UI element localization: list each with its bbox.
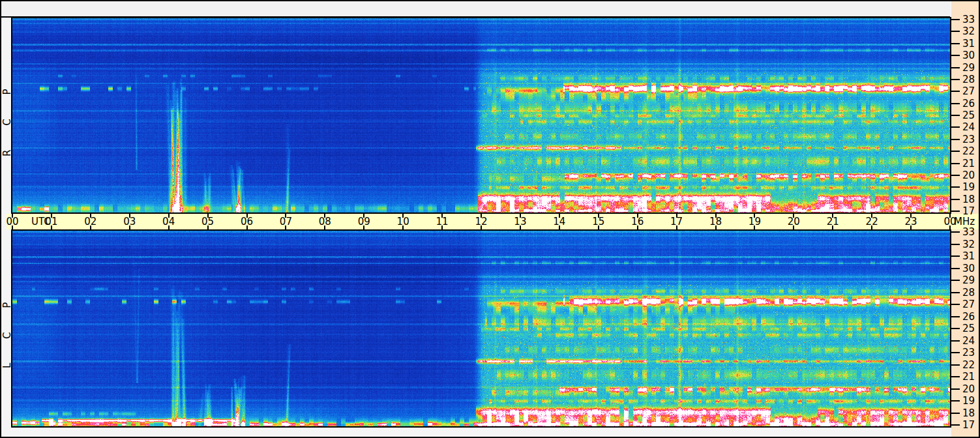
hour-label: 18 bbox=[709, 216, 722, 227]
hour-label: 16 bbox=[631, 216, 644, 227]
freq-tick bbox=[951, 400, 960, 402]
utc-label: UTC bbox=[31, 216, 51, 227]
freq-tick-label: 20 bbox=[962, 169, 978, 181]
freq-tick-label: 27 bbox=[962, 299, 978, 310]
freq-tick bbox=[951, 364, 960, 366]
hour-label: 13 bbox=[514, 216, 526, 227]
freq-tick-label: 21 bbox=[962, 371, 978, 383]
hour-label: 00 bbox=[6, 216, 18, 227]
freq-tick bbox=[951, 256, 960, 257]
freq-tick bbox=[951, 268, 960, 269]
freq-tick bbox=[951, 352, 960, 353]
hour-label: 19 bbox=[749, 216, 761, 227]
freq-tick-label: 21 bbox=[962, 158, 978, 169]
freq-tick-label: 19 bbox=[962, 181, 978, 193]
freq-tick bbox=[951, 175, 960, 176]
freq-tick-label: 25 bbox=[962, 110, 978, 121]
freq-tick bbox=[951, 292, 960, 293]
hour-label: 15 bbox=[592, 216, 604, 227]
freq-tick bbox=[951, 67, 960, 68]
hour-label: 06 bbox=[241, 216, 253, 227]
freq-tick-label: 24 bbox=[962, 335, 978, 347]
hour-label: 14 bbox=[553, 216, 565, 227]
freq-tick bbox=[951, 79, 960, 80]
freq-tick-label: 19 bbox=[962, 395, 978, 407]
hour-label: 09 bbox=[358, 216, 370, 227]
hour-label: 04 bbox=[162, 216, 175, 227]
hour-label: 17 bbox=[670, 216, 683, 227]
freq-tick bbox=[951, 340, 960, 342]
lcp-spectrogram-canvas bbox=[12, 231, 950, 426]
freq-tick bbox=[951, 186, 960, 188]
freq-tick-label: 26 bbox=[962, 98, 978, 110]
hour-label: 12 bbox=[475, 216, 487, 227]
freq-tick bbox=[951, 376, 960, 377]
freq-tick bbox=[951, 103, 960, 104]
freq-tick-label: 25 bbox=[962, 323, 978, 334]
time-axis-strip: 0001020304050607080910111213141516171819… bbox=[7, 214, 979, 229]
hour-label: 03 bbox=[123, 216, 136, 227]
freq-tick-label: 32 bbox=[962, 25, 978, 37]
freq-tick bbox=[951, 413, 960, 414]
freq-tick-label: 22 bbox=[962, 145, 978, 157]
freq-tick-label: 28 bbox=[962, 287, 978, 299]
freq-tick-label: 18 bbox=[962, 407, 978, 419]
lcp-spectrogram-panel bbox=[11, 229, 951, 428]
freq-tick-label: 33 bbox=[962, 14, 978, 25]
hour-label: 22 bbox=[866, 216, 878, 227]
freq-tick-label: 33 bbox=[962, 226, 978, 238]
hour-label: 02 bbox=[84, 216, 97, 227]
freq-tick-label: 26 bbox=[962, 311, 978, 323]
hour-label: 07 bbox=[280, 216, 292, 227]
freq-tick bbox=[951, 211, 960, 212]
rcp-spectrogram-panel bbox=[11, 17, 951, 214]
freq-tick bbox=[951, 151, 960, 152]
freq-tick-label: 22 bbox=[962, 359, 978, 371]
freq-tick-label: 29 bbox=[962, 62, 978, 74]
freq-tick bbox=[951, 31, 960, 32]
freq-tick-label: 18 bbox=[962, 194, 978, 205]
freq-tick-label: 27 bbox=[962, 85, 978, 97]
freq-tick-label: 23 bbox=[962, 134, 978, 145]
freq-tick bbox=[951, 199, 960, 200]
freq-tick bbox=[951, 328, 960, 329]
hour-label: 23 bbox=[905, 216, 917, 227]
hour-label: 21 bbox=[827, 216, 839, 227]
freq-tick-label: 32 bbox=[962, 239, 978, 250]
freq-tick bbox=[951, 126, 960, 128]
freq-tick bbox=[951, 91, 960, 92]
hour-label: 05 bbox=[201, 216, 214, 227]
freq-tick-label: 28 bbox=[962, 74, 978, 85]
freq-tick-label: 30 bbox=[962, 263, 978, 274]
hour-label: 08 bbox=[319, 216, 331, 227]
freq-tick bbox=[951, 139, 960, 140]
freq-tick-label: 24 bbox=[962, 121, 978, 133]
freq-tick-label: 20 bbox=[962, 383, 978, 395]
freq-tick-label: 23 bbox=[962, 347, 978, 358]
hour-label: 20 bbox=[788, 216, 800, 227]
observatory-spectrogram-window: AJ4CO Observatory 17 Jan 2014 - DPS on T… bbox=[0, 0, 980, 438]
rcp-spectrogram-canvas bbox=[12, 18, 950, 212]
freq-tick-label: 31 bbox=[962, 38, 978, 50]
freq-tick bbox=[951, 163, 960, 164]
freq-tick bbox=[951, 316, 960, 317]
freq-tick bbox=[951, 19, 960, 20]
freq-tick bbox=[951, 424, 960, 426]
title-bar: AJ4CO Observatory 17 Jan 2014 - DPS on T… bbox=[1, 1, 950, 18]
hour-label: 10 bbox=[397, 216, 409, 227]
freq-tick-label: 17 bbox=[962, 419, 978, 431]
freq-tick bbox=[951, 388, 960, 390]
freq-tick bbox=[951, 244, 960, 245]
freq-tick-label: 30 bbox=[962, 50, 978, 61]
freq-tick bbox=[951, 55, 960, 56]
freq-tick bbox=[951, 280, 960, 281]
hour-label: 11 bbox=[436, 216, 449, 227]
freq-tick-label: 29 bbox=[962, 274, 978, 286]
freq-tick bbox=[951, 43, 960, 44]
freq-tick bbox=[951, 304, 960, 305]
freq-tick bbox=[951, 231, 960, 233]
freq-tick-label: 17 bbox=[962, 205, 978, 217]
freq-tick bbox=[951, 115, 960, 116]
freq-tick-label: 31 bbox=[962, 250, 978, 262]
